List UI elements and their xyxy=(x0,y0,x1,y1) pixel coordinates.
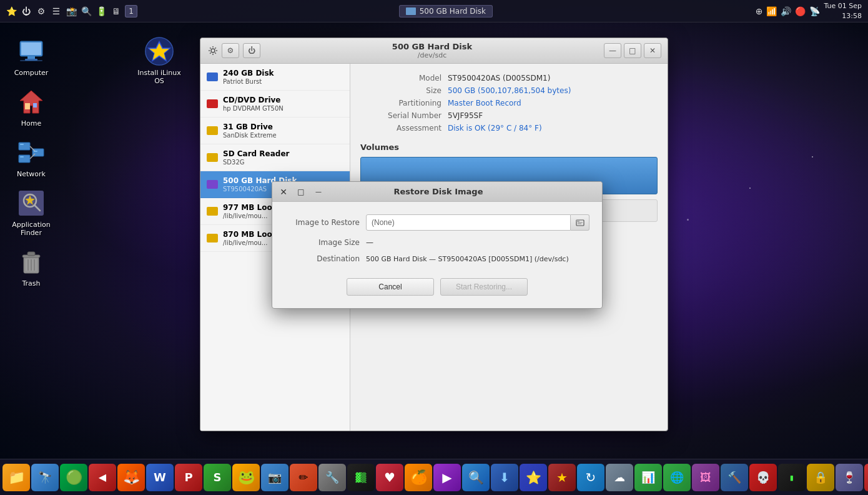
volume-icon[interactable]: 🔊 xyxy=(781,6,791,16)
dock-icon-firefox[interactable]: 🦊 xyxy=(117,464,145,491)
dock-icon-file-manager[interactable]: 📁 xyxy=(2,464,30,491)
dock-icon-wps-sheets[interactable]: S xyxy=(204,464,231,491)
disk-settings-icon xyxy=(207,44,219,57)
dock-icon-tools[interactable]: 🔧 xyxy=(318,464,346,491)
disk-window-close-controls: — □ ✕ xyxy=(604,43,661,58)
desktop-icon-home[interactable]: Home xyxy=(6,82,56,132)
desktop-icon-computer[interactable]: Computer xyxy=(6,31,56,82)
disk-info-partitioning-row: Partitioning Master Boot Record xyxy=(360,99,658,108)
install-icon-img xyxy=(144,36,174,66)
dock-icon-wps-writer[interactable]: W xyxy=(146,464,174,491)
dock-icon-orange[interactable]: 🍊 xyxy=(405,464,432,491)
trash-icon-label: Trash xyxy=(22,279,40,288)
disk-minimize-button[interactable]: — xyxy=(604,43,621,58)
dvd-icon xyxy=(207,99,218,108)
dock-icon-refresh[interactable]: ↻ xyxy=(577,464,604,491)
disk-info-table: Model ST9500420AS (D005SDM1) Size 500 GB… xyxy=(360,74,658,132)
dock-icon-star1[interactable]: ⭐ xyxy=(520,464,547,491)
svg-rect-23 xyxy=(27,252,35,256)
taskbar-center: 500 GB Hard Disk xyxy=(142,5,749,18)
disk-item-dvd[interactable]: CD/DVD Drive hp DVDRAM GT50N xyxy=(200,91,350,118)
dock-icon-globe[interactable]: 🌐 xyxy=(663,464,691,491)
svg-rect-13 xyxy=(20,144,24,145)
dock-icon-wine[interactable]: 🍷 xyxy=(836,464,863,491)
svg-rect-34 xyxy=(578,222,583,223)
desktop-icon-appfinder[interactable]: Application Finder xyxy=(6,183,56,242)
desktop-icon-trash[interactable]: Trash xyxy=(6,242,56,292)
screen-icon[interactable]: 🖥 xyxy=(110,5,122,18)
start-icon[interactable]: ⭐ xyxy=(5,5,17,18)
dock-icon-editor[interactable]: ✏ xyxy=(290,464,317,491)
dock-icon-shotwell[interactable]: 📷 xyxy=(261,464,289,491)
dock-icon-video[interactable]: ▶ xyxy=(433,464,461,491)
disk-window-title-area: 500 GB Hard Disk /dev/sdc xyxy=(260,42,604,59)
disk-item-name: 240 GB Disk xyxy=(223,69,343,78)
dock-icon-photo[interactable]: 🖼 xyxy=(692,464,719,491)
svg-rect-35 xyxy=(578,224,581,224)
restore-start-button[interactable]: Start Restoring... xyxy=(440,278,528,296)
desktop-icon-install[interactable]: Install iLinux OS xyxy=(134,31,184,90)
dock-icon-frog[interactable]: 🐸 xyxy=(232,464,260,491)
desktop: ⭐ ⏻ ⚙ ☰ 📸 🔍 🔋 🖥 1 500 GB Hard Disk ⊕ 📶 🔊… xyxy=(0,0,868,495)
disk-maximize-button[interactable]: □ xyxy=(624,43,641,58)
disk-model-value: ST9500420AS (D005SDM1) xyxy=(448,74,550,82)
dock-icon-pulse[interactable]: ♥ xyxy=(376,464,403,491)
disk-item-name4: SD Card Reader xyxy=(223,149,343,158)
power-icon[interactable]: ⏻ xyxy=(20,5,32,18)
desktop-icon-network[interactable]: Network xyxy=(6,132,56,183)
disk-info-model-row: Model ST9500420AS (D005SDM1) xyxy=(360,74,658,82)
workspace-num[interactable]: 1 xyxy=(125,5,137,18)
battery-icon[interactable]: 🔋 xyxy=(95,5,107,18)
disk-close-button[interactable]: ✕ xyxy=(644,43,661,58)
dock-icon-binoculars[interactable]: 🔭 xyxy=(31,464,59,491)
svg-point-31 xyxy=(211,49,215,52)
dock-icon-terminal[interactable]: ▮ xyxy=(778,464,806,491)
sysmon-icon[interactable]: ⚙ xyxy=(35,5,47,18)
restore-browse-button[interactable] xyxy=(571,214,589,231)
dock-icon-wrench[interactable]: 🔨 xyxy=(721,464,748,491)
restore-close-button[interactable]: ✕ xyxy=(275,183,292,201)
restore-image-input[interactable] xyxy=(366,214,571,231)
dock-icon-monitor[interactable]: 📊 xyxy=(634,464,662,491)
battery-status-icon[interactable]: 🔴 xyxy=(795,6,806,16)
hdd-yellow-icon xyxy=(207,126,218,135)
dock-icon-star2[interactable]: ★ xyxy=(548,464,576,491)
dock-icon-downloader[interactable]: ⬇ xyxy=(491,464,518,491)
dock-icon-wps-present[interactable]: P xyxy=(175,464,202,491)
disk-item-ssd[interactable]: 240 GB Disk Patriot Burst xyxy=(200,64,350,91)
disk-window-titlebar: ⚙ ⏻ 500 GB Hard Disk /dev/sdc — □ ✕ xyxy=(200,38,668,64)
restore-dialog: ✕ □ — Restore Disk Image Image to Restor… xyxy=(272,181,603,309)
wifi-icon[interactable]: 📶 xyxy=(766,6,777,16)
menu-icon[interactable]: ☰ xyxy=(50,5,62,18)
disk-assessment-label: Assessment xyxy=(360,124,441,132)
disk-item-31gb[interactable]: 31 GB Drive SanDisk Extreme xyxy=(200,118,350,144)
dock-icon-vnstat[interactable]: ▓▒ xyxy=(347,464,375,491)
bluetooth-icon[interactable]: ⊕ xyxy=(756,6,763,16)
taskbar-window-button[interactable]: 500 GB Hard Disk xyxy=(399,5,493,18)
restore-maximize-button[interactable]: — xyxy=(310,183,327,201)
disk-item-name3: 31 GB Drive xyxy=(223,122,343,131)
restore-image-label: Image to Restore xyxy=(285,218,360,227)
dock-icon-slime[interactable]: 🟢 xyxy=(60,464,87,491)
dock-icon-lock[interactable]: 🔒 xyxy=(807,464,834,491)
computer-icon-label: Computer xyxy=(14,69,49,77)
date-line1: Tue 01 Sep xyxy=(824,1,862,11)
disk-power-button[interactable]: ⏻ xyxy=(243,43,260,58)
svg-rect-6 xyxy=(25,103,30,109)
restore-destination-value: 500 GB Hard Disk — ST9500420AS [D005SDM1… xyxy=(366,255,569,263)
restore-cancel-button[interactable]: Cancel xyxy=(347,278,434,296)
search-icon[interactable]: 🔍 xyxy=(80,5,92,18)
dock-icon-poweroff[interactable]: ⏻ xyxy=(864,464,868,491)
disk-item-sd[interactable]: SD Card Reader SD32G xyxy=(200,144,350,171)
signal-icon[interactable]: 📡 xyxy=(809,6,820,16)
restore-minimize-button[interactable]: □ xyxy=(292,183,310,201)
dock-icon-skull[interactable]: 💀 xyxy=(749,464,777,491)
dock-icon-cloud[interactable]: ☁ xyxy=(606,464,633,491)
restore-title: Restore Disk Image xyxy=(327,187,550,196)
dock-icon-hg[interactable]: ◀ xyxy=(89,464,116,491)
screenshot-icon[interactable]: 📸 xyxy=(65,5,77,18)
dock-icon-big-search[interactable]: 🔍 xyxy=(462,464,490,491)
svg-rect-9 xyxy=(19,155,30,162)
disk-settings-button[interactable]: ⚙ xyxy=(222,43,239,58)
datetime-display: Tue 01 Sep 13:58 xyxy=(824,1,862,21)
